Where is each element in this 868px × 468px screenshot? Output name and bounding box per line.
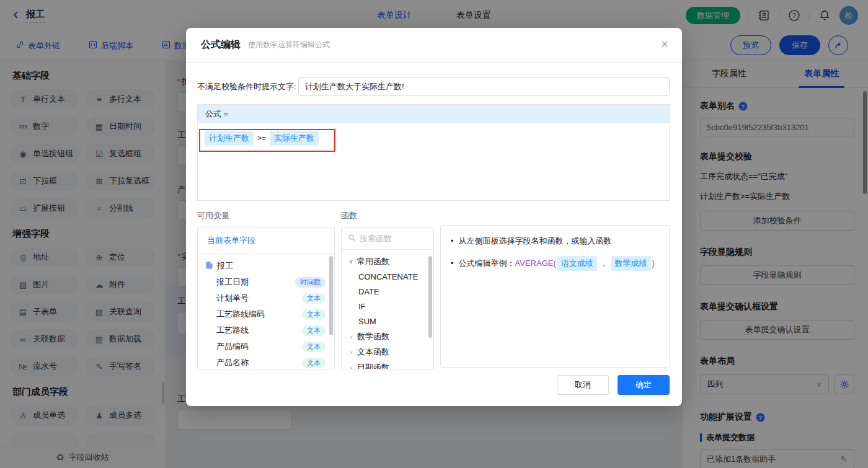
close-icon[interactable]: × <box>661 38 668 50</box>
example-close-paren: ) <box>652 257 655 270</box>
group-label: 数学函数 <box>357 331 389 342</box>
formula-edit-modal: 公式编辑 使用数学运算符编辑公式 × 不满足校验条件时提示文字: 公式 = 计划… <box>186 28 682 406</box>
modal-header: 公式编辑 使用数学运算符编辑公式 <box>186 28 682 63</box>
chevron-closed-icon: › <box>348 364 354 370</box>
variable-name: 计划单号 <box>216 293 249 304</box>
root-label: 报工 <box>217 260 233 272</box>
function-group-math[interactable]: ›数学函数 <box>342 329 433 344</box>
formula-header: 公式 = <box>198 105 669 123</box>
app-root: 报工 表单设计 表单设置 数据管理 ? <box>0 0 868 468</box>
functions-column: 函数 ∨常用函数 CONCATENATE DATE IF <box>341 210 434 369</box>
function-group-common[interactable]: ∨常用函数 <box>342 254 433 269</box>
type-badge: 文本 <box>302 293 326 304</box>
bullet-icon: • <box>451 235 454 247</box>
search-icon <box>348 234 356 244</box>
tips-panel: • 从左侧面板选择字段名和函数，或输入函数 • 公式编辑举例： AVERAGE(… <box>440 225 670 368</box>
example-arg-chip: 数学成绩 <box>611 256 651 271</box>
confirm-button[interactable]: 确定 <box>618 375 670 395</box>
type-badge: 文本 <box>302 358 326 368</box>
variables-scrollbar[interactable] <box>329 256 333 335</box>
variable-item[interactable]: 工艺路线文本 <box>198 322 334 338</box>
example-function-name: AVERAGE( <box>515 257 556 270</box>
type-badge: 文本 <box>302 342 326 352</box>
type-badge: 时间戳 <box>295 277 326 288</box>
formula-token-right[interactable]: 实际生产数 <box>270 131 319 146</box>
example-comma: ， <box>600 257 608 270</box>
formula-token-left[interactable]: 计划生产数 <box>205 131 254 146</box>
modal-footer: 取消 确定 <box>557 375 670 395</box>
functions-scrollbar[interactable] <box>428 256 432 338</box>
variable-item[interactable]: 工艺路线编码文本 <box>198 306 334 322</box>
modal-title: 公式编辑 <box>201 38 241 51</box>
variable-name: 报工日期 <box>216 276 249 288</box>
formula-input-area[interactable]: 计划生产数 >= 实际生产数 <box>198 123 669 200</box>
function-search-input[interactable] <box>360 234 422 243</box>
function-search[interactable] <box>342 227 433 250</box>
function-item-date[interactable]: DATE <box>342 284 433 299</box>
group-label: 文本函数 <box>357 347 389 358</box>
formula-editor: 公式 = 计划生产数 >= 实际生产数 <box>197 104 670 201</box>
function-group-date[interactable]: ›日期函数 <box>342 360 433 369</box>
variables-panel: 当前表单字段 报工 报工日期时间戳 计划单号文本 工艺路线编码文本 <box>197 227 335 369</box>
type-badge: 文本 <box>302 325 326 336</box>
function-group-text[interactable]: ›文本函数 <box>342 344 433 360</box>
variable-item[interactable]: 报工日期时间戳 <box>198 274 334 290</box>
function-item-sum[interactable]: SUM <box>342 314 433 329</box>
file-icon <box>206 261 213 271</box>
tips-column: • 从左侧面板选择字段名和函数，或输入函数 • 公式编辑举例： AVERAGE(… <box>440 210 670 369</box>
tip-example-prefix: 公式编辑举例： <box>459 257 515 270</box>
group-label: 常用函数 <box>357 256 389 267</box>
tip-text: 从左侧面板选择字段名和函数，或输入函数 <box>459 235 612 247</box>
group-label: 日期函数 <box>357 362 389 370</box>
chevron-open-icon: ∨ <box>348 257 354 265</box>
formula-operator[interactable]: >= <box>257 134 266 143</box>
bullet-icon: • <box>451 257 454 270</box>
function-item-concatenate[interactable]: CONCATENATE <box>342 269 433 284</box>
functions-label: 函数 <box>341 210 434 221</box>
variable-item[interactable]: 产品编码文本 <box>198 338 334 355</box>
cancel-button[interactable]: 取消 <box>557 375 609 395</box>
chevron-closed-icon: › <box>348 333 354 340</box>
example-arg-chip: 语文成绩 <box>557 256 597 271</box>
variable-name: 工艺路线 <box>216 325 249 336</box>
chevron-closed-icon: › <box>348 348 354 356</box>
functions-panel: ∨常用函数 CONCATENATE DATE IF SUM ›数学函数 ›文本函… <box>341 227 434 369</box>
variable-name: 产品名称 <box>216 357 249 368</box>
function-item-if[interactable]: IF <box>342 299 433 314</box>
current-form-fields-tab[interactable]: 当前表单字段 <box>198 227 334 254</box>
variable-item[interactable]: 产品名称文本 <box>198 355 334 369</box>
prompt-text-label: 不满足校验条件时提示文字: <box>197 81 298 92</box>
variable-name: 工艺路线编码 <box>216 309 265 320</box>
modal-body: 不满足校验条件时提示文字: 公式 = 计划生产数 >= 实际生产数 可用变量 <box>186 63 682 369</box>
type-badge: 文本 <box>302 309 326 320</box>
variables-label: 可用变量 <box>197 210 335 221</box>
modal-subtitle: 使用数学运算符编辑公式 <box>248 40 330 50</box>
variables-column: 可用变量 当前表单字段 报工 报工日期时间戳 计划单号文本 <box>197 210 335 369</box>
prompt-text-input[interactable] <box>298 77 670 96</box>
variable-item[interactable]: 计划单号文本 <box>198 290 334 306</box>
variable-name: 产品编码 <box>216 341 249 352</box>
variable-tree-root[interactable]: 报工 <box>198 258 334 274</box>
